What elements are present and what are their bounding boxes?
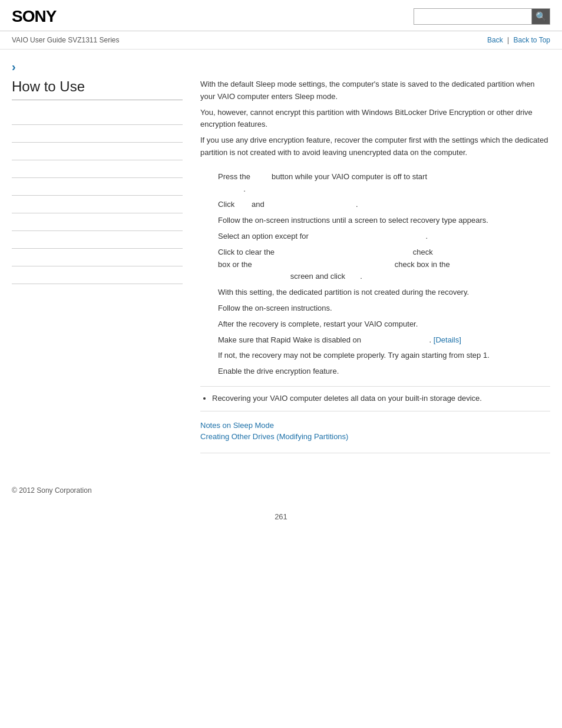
- search-icon: 🔍: [535, 11, 547, 22]
- step-7-text: Follow the on-screen instructions.: [218, 304, 332, 312]
- step-7: Follow the on-screen instructions.: [218, 302, 550, 315]
- step-10: If not, the recovery may not be complete…: [218, 350, 550, 362]
- step-1-continuation: .: [218, 185, 246, 193]
- nav-links: Back | Back to Top: [487, 36, 550, 44]
- related-link-1[interactable]: Notes on Sleep Mode: [200, 421, 550, 430]
- list-item[interactable]: [12, 266, 183, 284]
- list-item[interactable]: [12, 178, 183, 196]
- page-number: 261: [0, 500, 562, 527]
- back-to-top-link[interactable]: Back to Top: [514, 36, 550, 44]
- list-item[interactable]: [12, 249, 183, 266]
- list-item[interactable]: [12, 160, 183, 178]
- back-link[interactable]: Back: [487, 36, 503, 44]
- copyright: © 2012 Sony Corporation: [12, 486, 92, 495]
- step-3-text: Follow the on-screen instructions until …: [218, 216, 488, 225]
- paragraph-2: You, however, cannot encrypt this partit…: [200, 107, 550, 131]
- breadcrumb-area: ›: [0, 50, 562, 78]
- footer: © 2012 Sony Corporation: [0, 475, 562, 500]
- step-11-text: Enable the drive encryption feature.: [218, 367, 339, 375]
- sidebar-link[interactable]: [12, 130, 14, 138]
- step-6-text: With this setting, the dedicated partiti…: [218, 288, 469, 297]
- sidebar-nav: [12, 107, 183, 284]
- chevron-right-icon[interactable]: ›: [12, 60, 16, 73]
- step-9: Make sure that Rapid Wake is disabled on…: [218, 334, 550, 347]
- step-6: With this setting, the dedicated partiti…: [218, 286, 550, 299]
- step-10-text: If not, the recovery may not be complete…: [218, 351, 490, 360]
- step-1-text: Press the button while your VAIO compute…: [218, 172, 427, 181]
- list-item[interactable]: [12, 143, 183, 160]
- sidebar-link[interactable]: [12, 147, 14, 156]
- details-link[interactable]: [Details]: [434, 335, 461, 344]
- step-8-text: After the recovery is complete, restart …: [218, 319, 418, 328]
- list-item[interactable]: [12, 125, 183, 143]
- intro-section: With the default Sleep mode settings, th…: [200, 78, 550, 159]
- sidebar-link[interactable]: [12, 218, 14, 226]
- sidebar-title: How to Use: [12, 78, 183, 100]
- step-1: Press the button while your VAIO compute…: [218, 171, 550, 196]
- step-5: Click to clear the check box or the chec…: [218, 246, 550, 283]
- sidebar-link[interactable]: [12, 236, 14, 244]
- related-links: Notes on Sleep Mode Creating Other Drive…: [200, 421, 550, 453]
- step-2: Click and .: [218, 199, 550, 211]
- bullet-section: Recovering your VAIO computer deletes al…: [200, 386, 550, 411]
- search-button[interactable]: 🔍: [531, 8, 550, 25]
- related-link-2[interactable]: Creating Other Drives (Modifying Partiti…: [200, 432, 550, 441]
- main-layout: How to Use With the default Sleep mode s…: [0, 78, 562, 475]
- nav-bar: VAIO User Guide SVZ1311 Series Back | Ba…: [0, 31, 562, 50]
- sidebar-link[interactable]: [12, 112, 14, 120]
- header: SONY 🔍: [0, 0, 562, 31]
- step-2-text: Click and .: [218, 200, 358, 209]
- sidebar: How to Use: [12, 78, 194, 463]
- list-item[interactable]: [12, 213, 183, 231]
- step-11: Enable the drive encryption feature.: [218, 365, 550, 378]
- step-4-text: Select an option except for .: [218, 232, 428, 241]
- content-area: With the default Sleep mode settings, th…: [194, 78, 550, 463]
- sidebar-link[interactable]: [12, 200, 14, 209]
- step-8: After the recovery is complete, restart …: [218, 318, 550, 331]
- list-item[interactable]: [12, 107, 183, 125]
- bullet-list: Recovering your VAIO computer deletes al…: [212, 393, 550, 405]
- step-5-text-c: screen and click .: [218, 272, 362, 281]
- step-9-text: Make sure that Rapid Wake is disabled on…: [218, 335, 434, 344]
- bullet-item: Recovering your VAIO computer deletes al…: [212, 393, 550, 405]
- paragraph-1: With the default Sleep mode settings, th…: [200, 78, 550, 103]
- list-item[interactable]: [12, 231, 183, 249]
- sony-logo: SONY: [12, 7, 56, 26]
- guide-title: VAIO User Guide SVZ1311 Series: [12, 36, 120, 44]
- search-input[interactable]: [414, 8, 531, 25]
- step-5-text-b: box or the check box in the: [218, 260, 450, 269]
- list-item[interactable]: [12, 196, 183, 213]
- sidebar-link[interactable]: [12, 271, 14, 279]
- search-area: 🔍: [414, 8, 550, 25]
- step-4: Select an option except for .: [218, 230, 550, 243]
- step-5-text: Click to clear the check: [218, 248, 433, 256]
- sidebar-link[interactable]: [12, 183, 14, 191]
- sidebar-link[interactable]: [12, 253, 14, 262]
- paragraph-3: If you use any drive encryption feature,…: [200, 134, 550, 159]
- sidebar-link[interactable]: [12, 165, 14, 173]
- step-3: Follow the on-screen instructions until …: [218, 215, 550, 227]
- nav-separator: |: [507, 36, 509, 44]
